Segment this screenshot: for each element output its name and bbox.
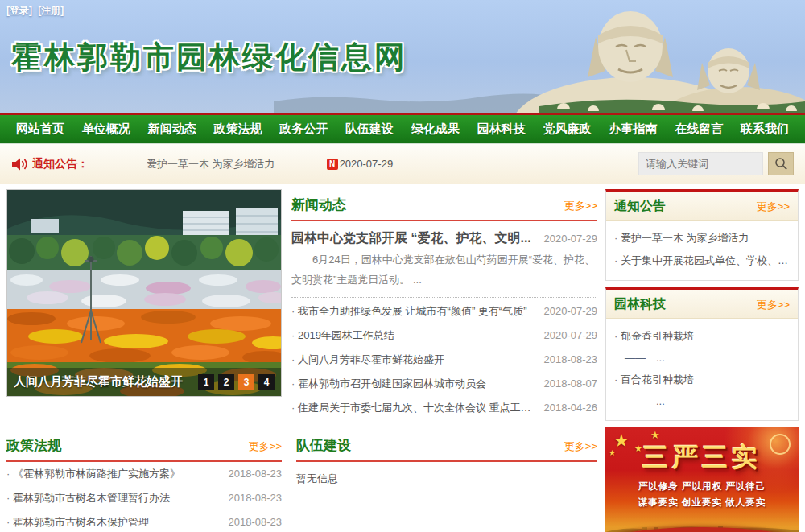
policy-section: 政策法规 更多>> 《霍林郭勒市林荫路推广实施方案》 2018-08-23 霍林…	[6, 430, 282, 532]
left-column: 人间八月芳菲尽霍市鲜花始盛开 1 2 3 4 新闻动态 更多>> 园林中心党支部…	[6, 189, 597, 532]
news-section-title: 新闻动态	[291, 196, 346, 214]
garden-tech-box-body: 郁金香引种栽培 —— ... 百合花引种栽培 —— ...	[606, 319, 798, 420]
star-icon: ★	[650, 429, 660, 441]
notices-box: 通知公告 更多>> 爱护一草一木 为家乡增活力 关于集中开展花园式单位、学校、工…	[605, 189, 799, 281]
news-section: 新闻动态 更多>> 园林中心党支部开展 “爱花、护花、文明... 2020-07…	[291, 189, 597, 420]
news-item[interactable]: 我市全力助推绿色发展 让城市有“颜值” 更有“气质” 2020-07-29	[291, 299, 597, 324]
photo-carousel[interactable]: 人间八月芳菲尽霍市鲜花始盛开 1 2 3 4	[6, 189, 282, 397]
garden-tech-box-title: 园林科技	[614, 296, 666, 313]
search-icon	[774, 157, 788, 171]
notice-ticker-date: 2020-07-29	[340, 158, 394, 170]
pager-4[interactable]: 4	[258, 374, 275, 390]
carousel-caption[interactable]: 人间八月芳菲尽霍市鲜花始盛开	[14, 374, 198, 390]
tech-item-sub: —— ...	[614, 348, 790, 369]
tech-item[interactable]: 郁金香引种栽培	[614, 325, 790, 348]
tech-item[interactable]: 百合花引种栽培	[614, 369, 790, 391]
news-item-date: 2018-04-26	[544, 402, 598, 414]
nav-home[interactable]: 网站首页	[11, 122, 69, 137]
dotted-divider	[291, 297, 597, 298]
pager-1[interactable]: 1	[198, 374, 214, 390]
mid-row: 政策法规 更多>> 《霍林郭勒市林荫路推广实施方案》 2018-08-23 霍林…	[6, 430, 597, 532]
notice-ticker-bar: 通知公告： 爱护一草一木 为家乡增活力 N 2020-07-29	[0, 144, 805, 184]
notice-item[interactable]: 关于集中开展花园式单位、学校、工厂...	[614, 250, 790, 272]
top-row: 人间八月芳菲尽霍市鲜花始盛开 1 2 3 4 新闻动态 更多>> 园林中心党支部…	[6, 189, 597, 420]
news-item-date: 2018-08-23	[544, 353, 598, 365]
news-item[interactable]: 2019年园林工作总结 2020-07-29	[291, 324, 597, 348]
sanyan-line1: 严以修身 严以用权 严以律己	[605, 480, 799, 493]
flower-field-photo	[7, 190, 282, 397]
notices-box-head: 通知公告 更多>>	[606, 192, 798, 221]
news-featured-date: 2020-07-29	[544, 233, 598, 245]
news-item-date: 2020-07-29	[544, 305, 598, 317]
team-more-link[interactable]: 更多>>	[564, 439, 597, 454]
garden-tech-more-link[interactable]: 更多>>	[757, 298, 790, 312]
content-area: 人间八月芳菲尽霍市鲜花始盛开 1 2 3 4 新闻动态 更多>> 园林中心党支部…	[0, 184, 805, 532]
notices-more-link[interactable]: 更多>>	[757, 200, 790, 214]
pager-2[interactable]: 2	[218, 374, 234, 390]
login-register-bar: [登录] [注册]	[6, 4, 67, 18]
news-item[interactable]: 霍林郭勒市召开创建国家园林城市动员会 2018-08-07	[291, 372, 597, 396]
nav-greening-results[interactable]: 绿化成果	[407, 122, 464, 137]
nav-about[interactable]: 单位概况	[77, 122, 135, 137]
news-item-title[interactable]: 住建局关于市委七届九次、十次全体会议 重点工作任...	[291, 401, 538, 415]
nav-message-board[interactable]: 在线留言	[670, 122, 728, 137]
news-item-title[interactable]: 我市全力助推绿色发展 让城市有“颜值” 更有“气质”	[291, 304, 538, 319]
carousel-pager: 1 2 3 4	[198, 374, 275, 390]
news-item-title[interactable]: 人间八月芳菲尽霍市鲜花始盛开	[291, 353, 538, 367]
news-item[interactable]: 人间八月芳菲尽霍市鲜花始盛开 2018-08-23	[291, 348, 597, 372]
policy-item-title[interactable]: 霍林郭勒市古树名木管理暂行办法	[6, 491, 222, 505]
nav-contact[interactable]: 联系我们	[736, 122, 794, 137]
team-section-head: 队伍建设 更多>>	[296, 430, 597, 462]
nav-news[interactable]: 新闻动态	[143, 122, 201, 137]
tech-item-sub: —— ...	[614, 391, 790, 412]
news-featured-title[interactable]: 园林中心党支部开展 “爱花、护花、文明...	[291, 230, 538, 247]
policy-item-title[interactable]: 霍林郭勒市古树名木保护管理	[6, 515, 222, 530]
nav-gov-affairs[interactable]: 政务公开	[275, 122, 332, 137]
speaker-icon	[11, 157, 27, 171]
sanyan-sanshi-banner[interactable]: ★ ★ ★ ★ 三严三实 严以修身 严以用权 严以律己 谋事要实 创业要实 做人…	[605, 427, 799, 532]
search-bar	[638, 152, 794, 175]
news-section-head: 新闻动态 更多>>	[291, 189, 597, 221]
policy-item-date: 2018-08-23	[229, 516, 283, 528]
policy-item-title[interactable]: 《霍林郭勒市林荫路推广实施方案》	[6, 467, 222, 481]
garden-tech-box: 园林科技 更多>> 郁金香引种栽培 —— ... 百合花引种栽培 —— ...	[605, 287, 799, 421]
notice-item[interactable]: 爱护一草一木 为家乡增活力	[614, 227, 790, 250]
policy-section-title: 政策法规	[6, 436, 61, 455]
search-input[interactable]	[638, 152, 763, 175]
news-more-link[interactable]: 更多>>	[564, 199, 597, 213]
site-title: 霍林郭勒市园林绿化信息网	[11, 37, 407, 78]
page-header: [登录] [注册] 霍林郭勒市园林绿化信息网	[0, 0, 805, 113]
news-item-title[interactable]: 2019年园林工作总结	[291, 328, 538, 343]
policy-section-head: 政策法规 更多>>	[6, 430, 282, 462]
login-link[interactable]: [登录]	[6, 5, 32, 16]
garden-tech-box-head: 园林科技 更多>>	[606, 290, 798, 319]
policy-item[interactable]: 霍林郭勒市古树名木管理暂行办法 2018-08-23	[6, 486, 282, 510]
notice-label: 通知公告：	[32, 157, 89, 171]
sanyan-title: 三严三实	[605, 440, 799, 476]
nav-team[interactable]: 队伍建设	[341, 122, 398, 137]
notices-box-body: 爱护一草一木 为家乡增活力 关于集中开展花园式单位、学校、工厂...	[606, 221, 798, 280]
new-badge-icon: N	[327, 159, 338, 170]
nav-garden-tech[interactable]: 园林科技	[473, 122, 530, 137]
nav-service-guide[interactable]: 办事指南	[604, 122, 662, 137]
search-button[interactable]	[768, 152, 794, 175]
policy-item[interactable]: 霍林郭勒市古树名木保护管理 2018-08-23	[6, 510, 282, 532]
carousel-caption-bar: 人间八月芳菲尽霍市鲜花始盛开 1 2 3 4	[7, 368, 281, 396]
notice-ticker-link[interactable]: 爱护一草一木 为家乡增活力	[147, 157, 275, 171]
policy-item[interactable]: 《霍林郭勒市林荫路推广实施方案》 2018-08-23	[6, 462, 282, 486]
nav-policy[interactable]: 政策法规	[208, 122, 266, 137]
policy-item-date: 2018-08-23	[229, 492, 283, 504]
nav-party-integrity[interactable]: 党风廉政	[539, 122, 597, 137]
notices-box-title: 通知公告	[614, 198, 666, 215]
policy-item-date: 2018-08-23	[229, 468, 283, 480]
news-item[interactable]: 住建局关于市委七届九次、十次全体会议 重点工作任... 2018-04-26	[291, 396, 597, 420]
news-item-title[interactable]: 霍林郭勒市召开创建国家园林城市动员会	[291, 377, 538, 391]
policy-more-link[interactable]: 更多>>	[249, 439, 282, 454]
news-featured-row[interactable]: 园林中心党支部开展 “爱花、护花、文明... 2020-07-29	[291, 230, 597, 247]
register-link[interactable]: [注册]	[38, 5, 64, 16]
news-featured-summary[interactable]: 6月24日，园林中心党支部在敖包山芍药园开展“爱花、护花、文明赏花”主题党日活动…	[291, 250, 597, 291]
sanyan-line2: 谋事要实 创业要实 做人要实	[605, 497, 799, 509]
right-sidebar: 通知公告 更多>> 爱护一草一木 为家乡增活力 关于集中开展花园式单位、学校、工…	[605, 189, 799, 532]
pager-3-active[interactable]: 3	[238, 374, 254, 390]
team-section: 队伍建设 更多>> 暂无信息	[296, 430, 597, 532]
